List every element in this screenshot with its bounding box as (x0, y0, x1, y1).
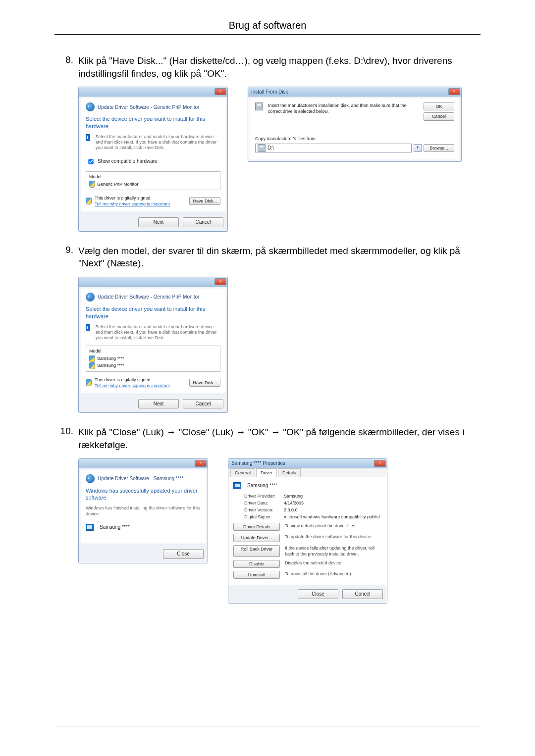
model-header: Model (89, 348, 217, 354)
props-device: Samsung **** (247, 482, 277, 489)
footer-rule (54, 726, 481, 726)
next-button[interactable]: Next (138, 217, 179, 227)
have-disk-button[interactable]: Have Disk... (189, 197, 220, 205)
list-item[interactable]: Samsung **** (89, 355, 217, 362)
why-signing-link[interactable]: Tell me why driver signing is important (95, 202, 170, 206)
close-icon[interactable]: × (374, 460, 386, 467)
shield-icon (89, 355, 95, 362)
monitor-icon (86, 134, 90, 141)
rollback-driver-button[interactable]: Roll Back Driver (233, 545, 280, 557)
ifd-message: Insert the manufacturer's installation d… (268, 102, 419, 120)
update-driver-dialog-2: × Update Driver Software - Generic PnP M… (78, 277, 228, 413)
version-key: Driver Version: (244, 507, 284, 513)
monitor-icon (233, 482, 241, 489)
model-listbox[interactable]: Model Samsung **** Samsung **** (86, 346, 220, 371)
uninstall-desc: To uninstall the driver (Advanced). (285, 571, 382, 579)
shield-icon (86, 198, 92, 204)
header-rule (54, 34, 481, 35)
close-icon[interactable]: × (448, 88, 460, 95)
cancel-button[interactable]: Cancel (342, 589, 383, 599)
list-item[interactable]: Generic PnP Monitor (89, 181, 217, 188)
have-disk-button[interactable]: Have Disk... (189, 379, 220, 387)
signed-label: This driver is digitally signed. (95, 195, 186, 201)
back-icon[interactable] (86, 293, 95, 302)
done-device: Samsung **** (100, 524, 130, 531)
cancel-button[interactable]: Cancel (183, 217, 223, 227)
model-header: Model (89, 174, 217, 180)
close-button[interactable]: Close (163, 549, 204, 559)
step-8-number: 8. (54, 54, 78, 232)
drive-icon (258, 144, 266, 152)
show-compatible-label: Show compatible hardware (98, 158, 158, 165)
date-key: Driver Date: (244, 500, 284, 506)
driver-details-desc: To view details about the driver files. (285, 523, 382, 531)
cancel-button[interactable]: Cancel (424, 112, 454, 120)
model-item-label: Samsung **** (97, 362, 124, 368)
path-value: D:\ (268, 145, 274, 151)
tab-driver[interactable]: Driver (256, 468, 277, 477)
back-icon[interactable] (86, 102, 95, 111)
tab-general[interactable]: General (230, 468, 255, 477)
copy-from-label: Copy manufacturer's files from: (255, 136, 454, 142)
signer-key: Digital Signer: (244, 514, 284, 520)
update2-title: Update Driver Software - Generic PnP Mon… (98, 294, 199, 301)
floppy-icon (255, 102, 263, 110)
props-title: Samsung **** Properties (231, 460, 285, 467)
browse-button[interactable]: Browse... (424, 144, 454, 152)
disable-button[interactable]: Disable (233, 560, 280, 568)
path-combobox[interactable]: D:\ (255, 144, 412, 152)
close-button[interactable]: Close (298, 589, 338, 599)
back-icon[interactable] (86, 474, 95, 483)
update-driver-desc: To update the driver software for this d… (285, 534, 382, 542)
why-signing-link[interactable]: Tell me why driver signing is important (95, 383, 170, 388)
disable-desc: Disables the selected device. (285, 560, 382, 568)
step-10-text: Klik på "Close" (Luk) → "Close" (Luk) → … (78, 427, 464, 450)
monitor-icon (86, 524, 94, 531)
shield-icon (89, 362, 95, 369)
driver-details-button[interactable]: Driver Details (233, 523, 280, 531)
step-9-text: Vælg den model, der svarer til din skærm… (78, 246, 460, 269)
done-title: Update Driver Software - Samsung **** (98, 475, 183, 482)
update-complete-dialog: × Update Driver Software - Samsung **** … (78, 458, 208, 563)
done-heading: Windows has successfully updated your dr… (86, 487, 201, 502)
model-item-label: Samsung **** (97, 355, 124, 361)
ok-button[interactable]: OK (424, 102, 454, 110)
step-9-number: 9. (54, 245, 78, 413)
close-icon[interactable]: × (214, 88, 226, 95)
properties-dialog: Samsung **** Properties × General Driver… (228, 458, 387, 604)
shield-icon (89, 181, 95, 188)
uninstall-button[interactable]: Uninstall (233, 571, 280, 579)
provider-val: Samsung (284, 493, 303, 499)
chevron-down-icon[interactable]: ▾ (414, 144, 422, 152)
cancel-button[interactable]: Cancel (183, 399, 223, 409)
version-val: 2.0.0.0 (284, 507, 298, 513)
provider-key: Driver Provider: (244, 493, 284, 499)
ifd-title: Install From Disk (251, 89, 288, 96)
monitor-icon (86, 324, 90, 331)
next-button[interactable]: Next (138, 399, 179, 409)
page-title: Brug af softwaren (54, 20, 481, 31)
update1-hint: Select the manufacturer and model of you… (96, 134, 220, 151)
date-val: 4/14/2005 (284, 500, 304, 506)
update2-hint: Select the manufacturer and model of you… (96, 324, 220, 341)
list-item[interactable]: Samsung **** (89, 362, 217, 369)
step-8-text: Klik på "Have Disk..." (Har diskette/cd…… (78, 55, 452, 79)
show-compatible-checkbox[interactable]: Show compatible hardware (86, 157, 220, 166)
update2-heading: Select the device driver you want to ins… (86, 305, 220, 320)
install-from-disk-dialog: Install From Disk × Insert the manufactu… (248, 87, 462, 162)
update1-heading: Select the device driver you want to ins… (86, 115, 220, 130)
done-line: Windows has finished installing the driv… (86, 505, 201, 517)
model-listbox[interactable]: Model Generic PnP Monitor (86, 171, 220, 190)
update1-title: Update Driver Software - Generic PnP Mon… (98, 104, 199, 111)
close-icon[interactable]: × (195, 460, 207, 467)
update-driver-button[interactable]: Update Driver... (233, 534, 280, 542)
rollback-driver-desc: If the device fails after updating the d… (285, 545, 382, 557)
tab-details[interactable]: Details (278, 468, 301, 477)
update-driver-dialog-1: × Update Driver Software - Generic PnP M… (78, 87, 228, 231)
show-compatible-input[interactable] (88, 159, 93, 164)
close-icon[interactable]: × (214, 278, 226, 285)
step-10-number: 10. (54, 426, 78, 603)
shield-icon (86, 379, 92, 386)
signed-label: This driver is digitally signed. (95, 377, 186, 383)
signer-val: microsoft windows hardware compatibility… (284, 514, 380, 520)
